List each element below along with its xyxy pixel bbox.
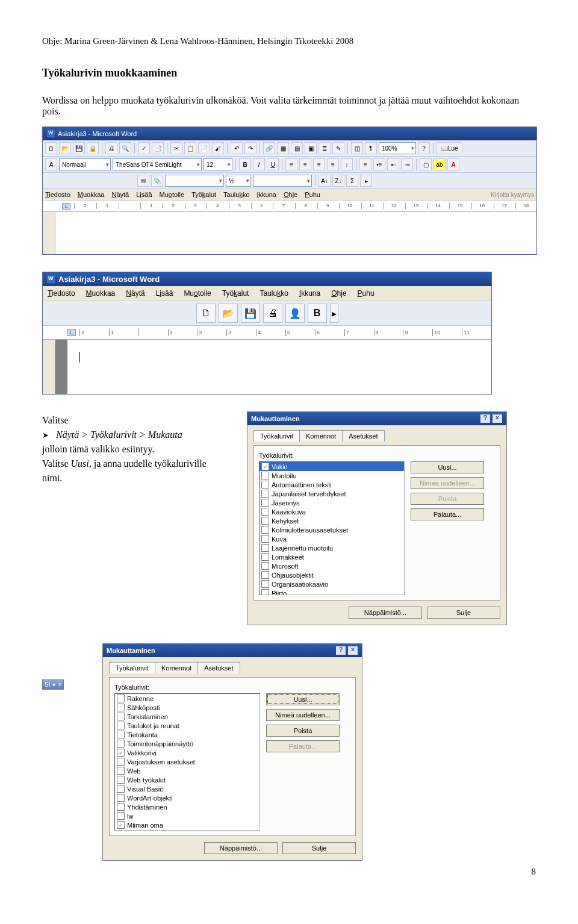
- tab-komennot[interactable]: Komennot: [299, 430, 343, 442]
- bold-icon[interactable]: B: [308, 304, 327, 323]
- checkbox-icon[interactable]: [117, 713, 125, 720]
- blank-select-1[interactable]: [165, 175, 224, 187]
- checkbox-icon[interactable]: [117, 785, 125, 793]
- close-button[interactable]: Sulje: [282, 842, 356, 854]
- list-item[interactable]: Lomakkeet: [259, 552, 404, 561]
- ask-question-box[interactable]: Kirjoita kysymys: [491, 192, 534, 198]
- list-item[interactable]: ✓Vakio: [259, 462, 404, 471]
- close-button[interactable]: Sulje: [427, 607, 500, 619]
- checkbox-icon[interactable]: [261, 526, 269, 534]
- open-icon[interactable]: 📂: [59, 142, 71, 154]
- menu-tyokalut[interactable]: Työkalut: [191, 191, 216, 198]
- menu-muotoile[interactable]: Muotoile: [184, 289, 211, 298]
- list-item[interactable]: Taulukot ja reunat: [115, 721, 259, 730]
- paste-icon[interactable]: 📄: [198, 142, 210, 154]
- list-item[interactable]: Yhdistäminen: [115, 802, 259, 811]
- spellcheck-icon[interactable]: ✓: [138, 142, 150, 154]
- list-item[interactable]: WordArt-objekti: [115, 793, 259, 802]
- half-select[interactable]: ½: [226, 175, 251, 187]
- redo-icon[interactable]: ↷: [244, 142, 256, 154]
- close-icon[interactable]: ×: [58, 681, 61, 688]
- close-icon[interactable]: ×: [347, 646, 358, 655]
- keyboard-button[interactable]: Näppäimistö...: [204, 842, 278, 854]
- chevron-down-icon[interactable]: ▾: [52, 681, 55, 688]
- style-select[interactable]: Normaali: [59, 158, 111, 170]
- help-icon[interactable]: ?: [480, 414, 491, 423]
- show-marks-icon[interactable]: ¶: [365, 142, 377, 154]
- list-item[interactable]: Web: [115, 766, 259, 775]
- align-center-icon[interactable]: ≡: [299, 158, 311, 170]
- menu-muokkaa[interactable]: Muokkaa: [78, 191, 105, 198]
- toolbar-options-icon[interactable]: ▸: [360, 175, 372, 187]
- checkbox-icon[interactable]: [261, 508, 269, 516]
- bullet-list-icon[interactable]: •≡: [373, 158, 385, 170]
- menu-taulukko[interactable]: Taulukko: [259, 289, 288, 298]
- borders-icon[interactable]: ▢: [420, 158, 432, 170]
- list-item[interactable]: Kehykset: [259, 516, 404, 525]
- checkbox-icon[interactable]: [117, 767, 125, 775]
- blank-select-2[interactable]: [253, 175, 312, 187]
- research-icon[interactable]: 📑: [152, 142, 164, 154]
- menu-ohje[interactable]: Ohje: [284, 191, 297, 198]
- menu-ikkuna[interactable]: Ikkuna: [299, 289, 320, 298]
- list-item[interactable]: Toimintonäppäinnäyttö: [115, 739, 259, 748]
- undo-icon[interactable]: ↶: [231, 142, 243, 154]
- insert-table-icon[interactable]: ▤: [291, 142, 303, 154]
- checkbox-icon[interactable]: [117, 740, 125, 748]
- page-body[interactable]: [67, 340, 491, 394]
- list-item-editing[interactable]: ✓: [115, 829, 259, 831]
- font-size-select[interactable]: 12: [204, 158, 232, 170]
- new-button[interactable]: Uusi...: [411, 461, 484, 473]
- cut-icon[interactable]: ✂: [170, 142, 182, 154]
- open-icon[interactable]: 📂: [219, 304, 238, 323]
- menu-tyokalut[interactable]: Työkalut: [222, 289, 249, 298]
- list-item[interactable]: Ohjausobjektit: [259, 570, 404, 579]
- checkbox-icon[interactable]: [261, 472, 269, 479]
- checkbox-icon[interactable]: [261, 562, 269, 570]
- menu-muotoile[interactable]: Muotoile: [160, 191, 185, 198]
- styles-pane-icon[interactable]: A: [45, 158, 57, 170]
- copy-icon[interactable]: 📋: [184, 142, 196, 154]
- checkbox-icon[interactable]: [117, 704, 125, 711]
- new-doc-icon[interactable]: 🗋: [45, 142, 57, 154]
- line-spacing-icon[interactable]: ↕: [341, 158, 353, 170]
- permissions-icon[interactable]: 🔒: [87, 142, 99, 154]
- docmap-icon[interactable]: ◫: [351, 142, 363, 154]
- tab-tyokalurivit[interactable]: Työkalurivit: [253, 430, 300, 442]
- checkbox-icon[interactable]: [117, 812, 125, 820]
- delete-button[interactable]: Poista: [266, 725, 340, 737]
- menu-puhu[interactable]: Puhu: [305, 191, 320, 198]
- checkbox-icon[interactable]: ✓: [117, 821, 125, 829]
- checkbox-icon[interactable]: [261, 490, 269, 498]
- highlight-icon[interactable]: ab: [434, 158, 446, 170]
- menu-ohje[interactable]: Ohje: [331, 289, 346, 298]
- menu-puhu[interactable]: Puhu: [358, 289, 374, 298]
- checkbox-icon[interactable]: [261, 553, 269, 561]
- checkbox-icon[interactable]: [117, 731, 125, 738]
- list-item[interactable]: Kolmiulotteisuusasetukset: [259, 525, 404, 534]
- list-item[interactable]: Laajennettu muotoilu: [259, 543, 404, 552]
- envelope-icon[interactable]: ✉: [137, 175, 149, 187]
- list-item[interactable]: Kaaviokuva: [259, 507, 404, 516]
- checkbox-icon[interactable]: [117, 776, 125, 784]
- list-item[interactable]: Rakenne: [115, 694, 259, 703]
- menu-tiedosto[interactable]: Tiedosto: [45, 191, 70, 198]
- list-item[interactable]: Microsoft: [259, 561, 404, 570]
- list-item[interactable]: Visual Basic: [115, 784, 259, 793]
- checkbox-icon[interactable]: [261, 571, 269, 579]
- new-doc-icon[interactable]: 🗋: [196, 304, 216, 323]
- list-item[interactable]: lw: [115, 811, 259, 820]
- list-item[interactable]: Japanilaiset tervehdykset: [259, 489, 404, 498]
- drawing-icon[interactable]: ✎: [332, 142, 344, 154]
- checkbox-icon[interactable]: [117, 758, 125, 766]
- checkbox-icon[interactable]: [117, 803, 125, 811]
- bold-icon[interactable]: B: [239, 158, 251, 170]
- list-item[interactable]: Jäsennys: [259, 498, 404, 507]
- outdent-icon[interactable]: ⇤: [387, 158, 399, 170]
- sort-asc-icon[interactable]: A↓: [319, 175, 331, 187]
- list-item[interactable]: ✓Miiman oma: [115, 820, 259, 829]
- list-item[interactable]: Sähköposti: [115, 703, 259, 712]
- help-icon[interactable]: ?: [335, 646, 346, 655]
- checkbox-icon[interactable]: [261, 481, 269, 489]
- checkbox-icon[interactable]: [261, 580, 269, 588]
